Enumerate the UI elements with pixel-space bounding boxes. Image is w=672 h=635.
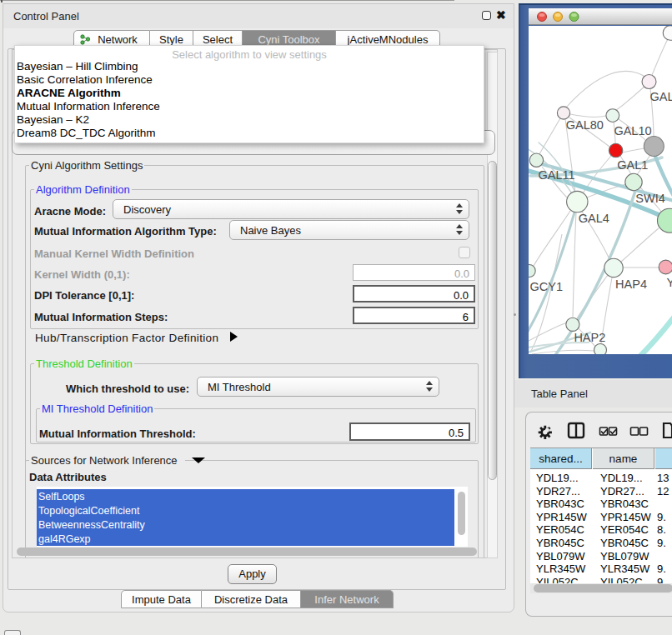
svg-text:SWI4: SWI4 [635, 192, 664, 205]
svg-text:GAL80: GAL80 [566, 118, 604, 132]
svg-text:GAL4: GAL4 [579, 212, 609, 225]
svg-text:GAL1: GAL1 [617, 158, 648, 172]
svg-text:HAP2: HAP2 [574, 331, 605, 344]
svg-text:GAL11: GAL11 [539, 168, 575, 182]
svg-text:GCY1: GCY1 [530, 280, 564, 293]
svg-text:HAP4: HAP4 [615, 278, 647, 291]
svg-text:GAL: GAL [650, 90, 672, 103]
svg-text:GAL10: GAL10 [614, 124, 651, 138]
svg-text:Y: Y [666, 276, 672, 289]
